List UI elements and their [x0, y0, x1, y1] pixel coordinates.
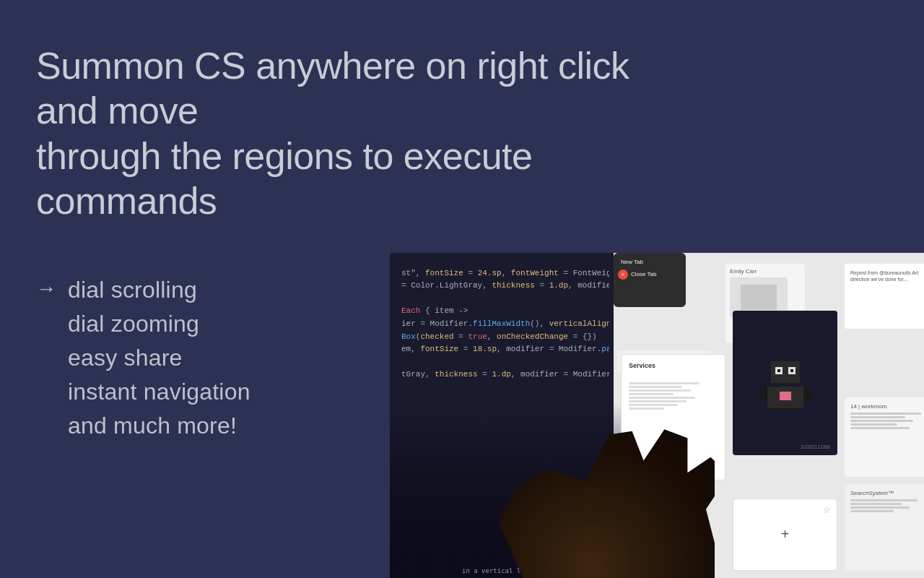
services-header: Services — [622, 355, 725, 376]
code-line-4: Each { item -> — [401, 305, 609, 318]
add-button[interactable]: + — [781, 526, 790, 543]
code-line-3 — [401, 293, 609, 306]
context-new-tab: New Tab — [618, 257, 681, 267]
code-line-8 — [401, 356, 609, 369]
left-panel: → dial scrolling dial zooming easy share… — [36, 253, 383, 442]
emily-label: Emily Carr — [730, 268, 801, 275]
search-label: SearchSystem™ — [850, 490, 894, 496]
workroom-lines — [850, 413, 924, 429]
headline-line2: through the regions to execute commands — [36, 135, 532, 222]
code-line-6: Box(checked = true, onCheckedChange = {}… — [401, 331, 609, 344]
feature-dial-scrolling: dial scrolling — [68, 275, 250, 306]
headline: Summon CS anywhere on right click and mo… — [36, 43, 664, 224]
search-header: SearchSystem™ ☆ — [850, 490, 924, 496]
panel-workroom: 14 | workroom ☆ — [845, 397, 924, 477]
code-line-9: tGray, thickness = 1.dp, modifier = Modi… — [401, 368, 609, 381]
search-lines — [850, 499, 924, 512]
svg-rect-7 — [760, 387, 767, 401]
svg-rect-9 — [772, 408, 781, 412]
close-circle-icon: × — [618, 269, 628, 280]
code-content: st", fontSize = 24.sp, fontWeight = Font… — [390, 253, 621, 396]
context-close-tab: × Close Tab — [618, 269, 681, 280]
context-menu: New Tab × Close Tab — [614, 253, 686, 307]
svg-rect-3 — [777, 369, 780, 372]
arrow-icon: → — [36, 277, 56, 301]
code-line-1: st", fontSize = 24.sp, fontWeight = Font… — [401, 267, 609, 280]
feature-list: → dial scrolling dial zooming easy share… — [36, 275, 383, 442]
panel-footer: 3103211286/ — [801, 444, 830, 449]
panel-add: ☆ + — [733, 499, 837, 571]
svg-rect-6 — [780, 392, 791, 400]
screenshot-container: st", fontSize = 24.sp, fontWeight = Font… — [390, 253, 924, 578]
pixel-robot-svg — [757, 354, 814, 412]
add-panel-star: ☆ — [823, 505, 831, 515]
feature-and-much-more: and much more! — [68, 410, 250, 441]
headline-line1: Summon CS anywhere on right click and mo… — [36, 45, 629, 131]
svg-rect-4 — [790, 369, 793, 372]
panel-search: SearchSystem™ ☆ — [845, 484, 924, 571]
page-container: Summon CS anywhere on right click and mo… — [0, 0, 924, 578]
workroom-label: 14 | workroom — [850, 403, 887, 410]
right-panel: st", fontSize = 24.sp, fontWeight = Font… — [390, 253, 924, 578]
social-text: Repost from @bureaunuits Art direction w… — [850, 269, 924, 284]
svg-rect-10 — [790, 408, 798, 412]
workroom-header: 14 | workroom ☆ — [850, 403, 924, 410]
svg-rect-8 — [803, 387, 811, 401]
panel-pixel-robot: 3103211286/ — [733, 311, 837, 455]
feature-items: dial scrolling dial zooming easy share i… — [68, 275, 250, 442]
panel-social: Repost from @bureaunuits Art direction w… — [845, 264, 924, 329]
content-area: → dial scrolling dial zooming easy share… — [36, 253, 888, 578]
code-line-7: em, fontSize = 18.sp, modifier = Modifie… — [401, 343, 609, 356]
feature-dial-zooming: dial zooming — [68, 309, 250, 340]
services-lines — [622, 376, 725, 415]
code-line-2: = Color.LightGray, thickness = 1.dp, mod… — [401, 280, 609, 293]
code-line-5: ier = Modifier.fillMaxWidth(), verticalA… — [401, 318, 609, 331]
hand-shape — [498, 426, 715, 578]
hand-area — [498, 426, 715, 578]
close-tab-label: Close Tab — [631, 271, 656, 277]
feature-easy-share: easy share — [68, 342, 250, 374]
feature-instant-navigation: instant navigation — [68, 376, 250, 407]
